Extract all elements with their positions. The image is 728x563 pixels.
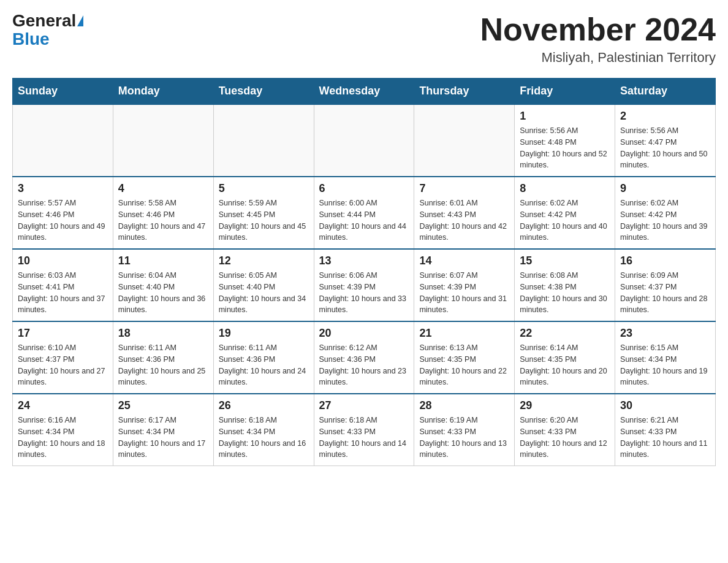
calendar-week-row: 3Sunrise: 5:57 AM Sunset: 4:46 PM Daylig… (13, 177, 716, 249)
day-number: 18 (118, 327, 208, 340)
calendar-cell: 17Sunrise: 6:10 AM Sunset: 4:37 PM Dayli… (13, 321, 113, 394)
day-number: 7 (419, 182, 509, 195)
calendar-cell: 30Sunrise: 6:21 AM Sunset: 4:33 PM Dayli… (615, 394, 716, 466)
day-info: Sunrise: 6:20 AM Sunset: 4:33 PM Dayligh… (520, 415, 610, 461)
day-number: 16 (620, 255, 710, 267)
day-of-week-header: Monday (113, 79, 213, 105)
calendar-cell: 26Sunrise: 6:18 AM Sunset: 4:34 PM Dayli… (213, 394, 314, 466)
day-of-week-header: Thursday (414, 79, 515, 105)
calendar-cell: 22Sunrise: 6:14 AM Sunset: 4:35 PM Dayli… (515, 321, 615, 394)
day-number: 28 (419, 399, 509, 412)
day-info: Sunrise: 5:57 AM Sunset: 4:46 PM Dayligh… (18, 197, 108, 243)
day-number: 15 (520, 255, 610, 267)
calendar-cell: 2Sunrise: 5:56 AM Sunset: 4:47 PM Daylig… (615, 104, 716, 177)
calendar-cell: 9Sunrise: 6:02 AM Sunset: 4:42 PM Daylig… (615, 177, 716, 249)
logo-general: General (12, 12, 76, 29)
calendar-week-row: 1Sunrise: 5:56 AM Sunset: 4:48 PM Daylig… (13, 104, 716, 177)
day-info: Sunrise: 6:13 AM Sunset: 4:35 PM Dayligh… (419, 342, 509, 388)
day-info: Sunrise: 6:02 AM Sunset: 4:42 PM Dayligh… (620, 197, 710, 243)
calendar-cell: 23Sunrise: 6:15 AM Sunset: 4:34 PM Dayli… (615, 321, 716, 394)
calendar-cell: 19Sunrise: 6:11 AM Sunset: 4:36 PM Dayli… (213, 321, 314, 394)
day-info: Sunrise: 6:03 AM Sunset: 4:41 PM Dayligh… (18, 270, 108, 316)
day-info: Sunrise: 6:08 AM Sunset: 4:38 PM Dayligh… (520, 270, 610, 316)
calendar-cell: 20Sunrise: 6:12 AM Sunset: 4:36 PM Dayli… (314, 321, 414, 394)
day-info: Sunrise: 6:21 AM Sunset: 4:33 PM Dayligh… (620, 415, 710, 461)
day-number: 9 (620, 182, 710, 195)
day-number: 25 (118, 399, 208, 412)
day-number: 3 (18, 182, 108, 195)
day-number: 14 (419, 255, 509, 267)
calendar-cell: 11Sunrise: 6:04 AM Sunset: 4:40 PM Dayli… (113, 249, 213, 321)
calendar-cell: 10Sunrise: 6:03 AM Sunset: 4:41 PM Dayli… (13, 249, 113, 321)
day-info: Sunrise: 6:18 AM Sunset: 4:33 PM Dayligh… (319, 415, 409, 461)
day-info: Sunrise: 6:09 AM Sunset: 4:37 PM Dayligh… (620, 270, 710, 316)
day-info: Sunrise: 6:11 AM Sunset: 4:36 PM Dayligh… (118, 342, 208, 388)
calendar-cell: 7Sunrise: 6:01 AM Sunset: 4:43 PM Daylig… (414, 177, 515, 249)
calendar-cell: 12Sunrise: 6:05 AM Sunset: 4:40 PM Dayli… (213, 249, 314, 321)
day-info: Sunrise: 6:01 AM Sunset: 4:43 PM Dayligh… (419, 197, 509, 243)
calendar-header-row: SundayMondayTuesdayWednesdayThursdayFrid… (13, 79, 716, 105)
calendar-table: SundayMondayTuesdayWednesdayThursdayFrid… (12, 78, 716, 466)
calendar-cell: 13Sunrise: 6:06 AM Sunset: 4:39 PM Dayli… (314, 249, 414, 321)
day-info: Sunrise: 6:00 AM Sunset: 4:44 PM Dayligh… (319, 197, 409, 243)
day-number: 22 (520, 327, 610, 340)
calendar-cell (213, 104, 314, 177)
logo-blue: Blue (12, 29, 50, 48)
calendar-cell (314, 104, 414, 177)
day-number: 29 (520, 399, 610, 412)
day-info: Sunrise: 6:07 AM Sunset: 4:39 PM Dayligh… (419, 270, 509, 316)
calendar-cell (13, 104, 113, 177)
calendar-cell: 8Sunrise: 6:02 AM Sunset: 4:42 PM Daylig… (515, 177, 615, 249)
calendar-title: November 2024 (480, 12, 716, 47)
calendar-cell: 21Sunrise: 6:13 AM Sunset: 4:35 PM Dayli… (414, 321, 515, 394)
day-number: 5 (219, 182, 309, 195)
day-number: 21 (419, 327, 509, 340)
day-number: 10 (18, 255, 108, 267)
day-info: Sunrise: 6:04 AM Sunset: 4:40 PM Dayligh… (118, 270, 208, 316)
day-info: Sunrise: 5:58 AM Sunset: 4:46 PM Dayligh… (118, 197, 208, 243)
calendar-cell: 1Sunrise: 5:56 AM Sunset: 4:48 PM Daylig… (515, 104, 615, 177)
calendar-cell: 28Sunrise: 6:19 AM Sunset: 4:33 PM Dayli… (414, 394, 515, 466)
day-info: Sunrise: 6:19 AM Sunset: 4:33 PM Dayligh… (419, 415, 509, 461)
calendar-week-row: 24Sunrise: 6:16 AM Sunset: 4:34 PM Dayli… (13, 394, 716, 466)
day-info: Sunrise: 6:10 AM Sunset: 4:37 PM Dayligh… (18, 342, 108, 388)
calendar-cell: 18Sunrise: 6:11 AM Sunset: 4:36 PM Dayli… (113, 321, 213, 394)
calendar-cell: 5Sunrise: 5:59 AM Sunset: 4:45 PM Daylig… (213, 177, 314, 249)
day-number: 30 (620, 399, 710, 412)
logo: General Blue (12, 12, 83, 49)
day-of-week-header: Wednesday (314, 79, 414, 105)
calendar-subtitle: Misliyah, Palestinian Territory (480, 50, 716, 66)
day-info: Sunrise: 6:16 AM Sunset: 4:34 PM Dayligh… (18, 415, 108, 461)
day-info: Sunrise: 6:06 AM Sunset: 4:39 PM Dayligh… (319, 270, 409, 316)
day-number: 27 (319, 399, 409, 412)
calendar-cell: 14Sunrise: 6:07 AM Sunset: 4:39 PM Dayli… (414, 249, 515, 321)
day-number: 23 (620, 327, 710, 340)
day-info: Sunrise: 6:05 AM Sunset: 4:40 PM Dayligh… (219, 270, 309, 316)
day-number: 12 (219, 255, 309, 267)
calendar-cell: 6Sunrise: 6:00 AM Sunset: 4:44 PM Daylig… (314, 177, 414, 249)
day-info: Sunrise: 6:11 AM Sunset: 4:36 PM Dayligh… (219, 342, 309, 388)
day-number: 2 (620, 110, 710, 123)
day-info: Sunrise: 6:12 AM Sunset: 4:36 PM Dayligh… (319, 342, 409, 388)
day-number: 1 (520, 110, 610, 123)
page-header: General Blue November 2024 Misliyah, Pal… (12, 12, 716, 66)
calendar-week-row: 10Sunrise: 6:03 AM Sunset: 4:41 PM Dayli… (13, 249, 716, 321)
day-info: Sunrise: 6:02 AM Sunset: 4:42 PM Dayligh… (520, 197, 610, 243)
day-info: Sunrise: 6:15 AM Sunset: 4:34 PM Dayligh… (620, 342, 710, 388)
calendar-cell (414, 104, 515, 177)
day-of-week-header: Friday (515, 79, 615, 105)
title-block: November 2024 Misliyah, Palestinian Terr… (480, 12, 716, 66)
day-number: 20 (319, 327, 409, 340)
day-of-week-header: Saturday (615, 79, 716, 105)
day-number: 24 (18, 399, 108, 412)
day-info: Sunrise: 6:18 AM Sunset: 4:34 PM Dayligh… (219, 415, 309, 461)
calendar-cell: 15Sunrise: 6:08 AM Sunset: 4:38 PM Dayli… (515, 249, 615, 321)
day-number: 17 (18, 327, 108, 340)
day-number: 19 (219, 327, 309, 340)
day-of-week-header: Sunday (13, 79, 113, 105)
calendar-cell: 4Sunrise: 5:58 AM Sunset: 4:46 PM Daylig… (113, 177, 213, 249)
calendar-cell: 29Sunrise: 6:20 AM Sunset: 4:33 PM Dayli… (515, 394, 615, 466)
calendar-cell: 16Sunrise: 6:09 AM Sunset: 4:37 PM Dayli… (615, 249, 716, 321)
day-number: 8 (520, 182, 610, 195)
calendar-cell: 25Sunrise: 6:17 AM Sunset: 4:34 PM Dayli… (113, 394, 213, 466)
